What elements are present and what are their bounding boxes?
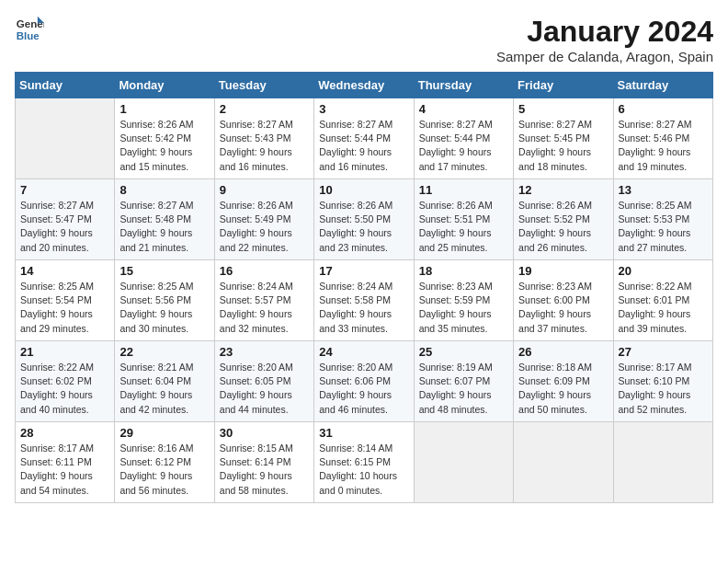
cell-info: Sunrise: 8:26 AMSunset: 5:52 PMDaylight:… [518,199,608,255]
day-number: 3 [319,102,408,116]
day-number: 29 [119,426,209,440]
calendar-cell: 26Sunrise: 8:18 AMSunset: 6:09 PMDayligh… [514,341,613,422]
calendar-cell [514,422,613,503]
day-number: 4 [419,102,508,116]
calendar-cell: 24Sunrise: 8:20 AMSunset: 6:06 PMDayligh… [314,341,414,422]
day-number: 26 [518,345,608,359]
day-number: 24 [319,345,408,359]
calendar-week-row: 14Sunrise: 8:25 AMSunset: 5:54 PMDayligh… [16,260,713,341]
title-block: January 2024 Samper de Calanda, Aragon, … [496,15,713,64]
cell-info: Sunrise: 8:23 AMSunset: 6:00 PMDaylight:… [518,280,608,336]
day-number: 25 [419,345,508,359]
day-of-week-header: Saturday [613,73,712,98]
calendar-week-row: 1Sunrise: 8:26 AMSunset: 5:42 PMDaylight… [16,98,713,179]
calendar-cell: 8Sunrise: 8:27 AMSunset: 5:48 PMDaylight… [115,179,214,260]
calendar-cell: 3Sunrise: 8:27 AMSunset: 5:44 PMDaylight… [314,98,414,179]
day-number: 15 [119,264,209,278]
calendar-cell: 7Sunrise: 8:27 AMSunset: 5:47 PMDaylight… [16,179,115,260]
day-number: 21 [20,345,109,359]
calendar-cell: 2Sunrise: 8:27 AMSunset: 5:43 PMDaylight… [214,98,313,179]
day-number: 9 [220,183,309,197]
day-number: 10 [319,183,408,197]
calendar-cell: 6Sunrise: 8:27 AMSunset: 5:46 PMDaylight… [613,98,712,179]
day-of-week-header: Sunday [16,73,115,98]
cell-info: Sunrise: 8:20 AMSunset: 6:05 PMDaylight:… [220,361,309,417]
day-number: 20 [619,264,708,278]
calendar-cell: 17Sunrise: 8:24 AMSunset: 5:58 PMDayligh… [314,260,414,341]
calendar-cell [16,98,115,179]
calendar-week-row: 28Sunrise: 8:17 AMSunset: 6:11 PMDayligh… [16,422,713,503]
cell-info: Sunrise: 8:24 AMSunset: 5:58 PMDaylight:… [319,280,408,336]
day-number: 22 [119,345,209,359]
day-of-week-header: Friday [514,73,613,98]
cell-info: Sunrise: 8:26 AMSunset: 5:42 PMDaylight:… [119,118,209,174]
calendar-cell: 13Sunrise: 8:25 AMSunset: 5:53 PMDayligh… [613,179,712,260]
day-number: 5 [518,102,608,116]
day-number: 17 [319,264,408,278]
logo-icon: General Blue [15,15,44,44]
day-number: 11 [419,183,508,197]
day-number: 27 [619,345,708,359]
cell-info: Sunrise: 8:17 AMSunset: 6:11 PMDaylight:… [20,442,109,498]
day-of-week-header: Monday [115,73,214,98]
day-of-week-header: Wednesday [314,73,414,98]
calendar-cell [613,422,712,503]
day-number: 28 [20,426,109,440]
cell-info: Sunrise: 8:27 AMSunset: 5:44 PMDaylight:… [319,118,408,174]
day-number: 12 [518,183,608,197]
day-of-week-header: Tuesday [214,73,313,98]
day-number: 13 [619,183,708,197]
calendar-cell: 5Sunrise: 8:27 AMSunset: 5:45 PMDaylight… [514,98,613,179]
calendar-week-row: 7Sunrise: 8:27 AMSunset: 5:47 PMDaylight… [16,179,713,260]
calendar-cell: 16Sunrise: 8:24 AMSunset: 5:57 PMDayligh… [214,260,313,341]
month-title: January 2024 [496,15,713,49]
calendar-cell: 29Sunrise: 8:16 AMSunset: 6:12 PMDayligh… [115,422,214,503]
cell-info: Sunrise: 8:18 AMSunset: 6:09 PMDaylight:… [518,361,608,417]
day-number: 16 [220,264,309,278]
calendar-cell: 19Sunrise: 8:23 AMSunset: 6:00 PMDayligh… [514,260,613,341]
calendar-cell: 27Sunrise: 8:17 AMSunset: 6:10 PMDayligh… [613,341,712,422]
calendar-cell: 23Sunrise: 8:20 AMSunset: 6:05 PMDayligh… [214,341,313,422]
day-number: 7 [20,183,109,197]
cell-info: Sunrise: 8:20 AMSunset: 6:06 PMDaylight:… [319,361,408,417]
cell-info: Sunrise: 8:14 AMSunset: 6:15 PMDaylight:… [319,442,408,498]
calendar-cell: 1Sunrise: 8:26 AMSunset: 5:42 PMDaylight… [115,98,214,179]
day-number: 18 [419,264,508,278]
cell-info: Sunrise: 8:16 AMSunset: 6:12 PMDaylight:… [119,442,209,498]
calendar-cell: 10Sunrise: 8:26 AMSunset: 5:50 PMDayligh… [314,179,414,260]
cell-info: Sunrise: 8:27 AMSunset: 5:46 PMDaylight:… [619,118,708,174]
cell-info: Sunrise: 8:25 AMSunset: 5:56 PMDaylight:… [119,280,209,336]
cell-info: Sunrise: 8:26 AMSunset: 5:49 PMDaylight:… [220,199,309,255]
calendar-cell: 15Sunrise: 8:25 AMSunset: 5:56 PMDayligh… [115,260,214,341]
location: Samper de Calanda, Aragon, Spain [496,49,713,64]
calendar-cell [414,422,513,503]
cell-info: Sunrise: 8:25 AMSunset: 5:54 PMDaylight:… [20,280,109,336]
day-number: 14 [20,264,109,278]
calendar-cell: 20Sunrise: 8:22 AMSunset: 6:01 PMDayligh… [613,260,712,341]
day-number: 6 [619,102,708,116]
cell-info: Sunrise: 8:23 AMSunset: 5:59 PMDaylight:… [419,280,508,336]
calendar-cell: 12Sunrise: 8:26 AMSunset: 5:52 PMDayligh… [514,179,613,260]
cell-info: Sunrise: 8:27 AMSunset: 5:47 PMDaylight:… [20,199,109,255]
cell-info: Sunrise: 8:17 AMSunset: 6:10 PMDaylight:… [619,361,708,417]
calendar-cell: 18Sunrise: 8:23 AMSunset: 5:59 PMDayligh… [414,260,513,341]
day-number: 8 [119,183,209,197]
cell-info: Sunrise: 8:24 AMSunset: 5:57 PMDaylight:… [220,280,309,336]
page-header: General Blue January 2024 Samper de Cala… [15,15,713,64]
svg-text:Blue: Blue [17,30,40,41]
cell-info: Sunrise: 8:27 AMSunset: 5:44 PMDaylight:… [419,118,508,174]
cell-info: Sunrise: 8:27 AMSunset: 5:43 PMDaylight:… [220,118,309,174]
day-number: 19 [518,264,608,278]
cell-info: Sunrise: 8:27 AMSunset: 5:48 PMDaylight:… [119,199,209,255]
day-number: 30 [220,426,309,440]
calendar-cell: 25Sunrise: 8:19 AMSunset: 6:07 PMDayligh… [414,341,513,422]
logo: General Blue [15,15,44,44]
calendar-cell: 9Sunrise: 8:26 AMSunset: 5:49 PMDaylight… [214,179,313,260]
calendar-cell: 22Sunrise: 8:21 AMSunset: 6:04 PMDayligh… [115,341,214,422]
cell-info: Sunrise: 8:19 AMSunset: 6:07 PMDaylight:… [419,361,508,417]
day-of-week-header: Thursday [414,73,513,98]
cell-info: Sunrise: 8:15 AMSunset: 6:14 PMDaylight:… [220,442,309,498]
calendar-cell: 30Sunrise: 8:15 AMSunset: 6:14 PMDayligh… [214,422,313,503]
day-number: 23 [220,345,309,359]
cell-info: Sunrise: 8:22 AMSunset: 6:01 PMDaylight:… [619,280,708,336]
